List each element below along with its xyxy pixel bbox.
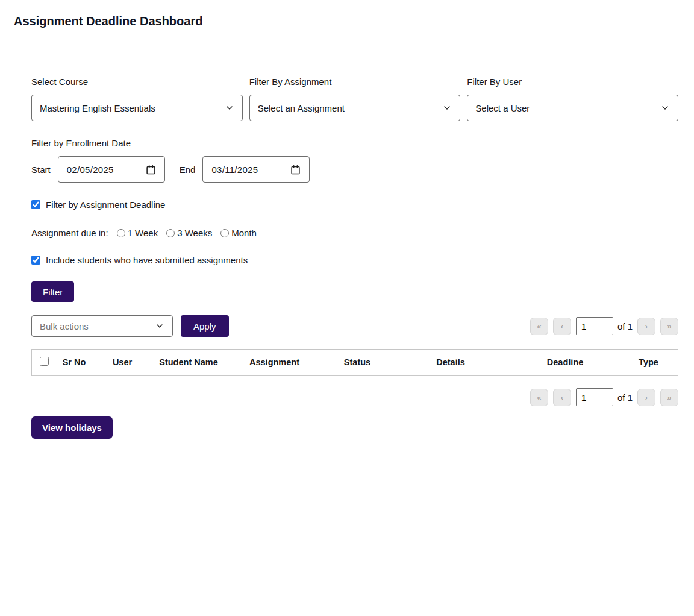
next-page-button[interactable]: › <box>637 318 655 335</box>
user-filter-label: Filter By User <box>467 77 678 87</box>
chevron-down-icon <box>442 103 452 113</box>
due-in-option-3weeks: 3 Weeks <box>166 228 212 238</box>
first-page-button[interactable]: « <box>530 389 548 406</box>
due-in-label: Assignment due in: <box>31 228 108 238</box>
chevron-down-icon <box>660 103 670 113</box>
prev-page-button[interactable]: ‹ <box>553 389 571 406</box>
prev-page-button[interactable]: ‹ <box>553 318 571 335</box>
due-in-month-label: Month <box>231 228 257 238</box>
pagination-bottom: « ‹ of 1 › » <box>525 388 678 406</box>
calendar-icon[interactable] <box>290 165 301 175</box>
start-date-value: 02/05/2025 <box>67 165 114 175</box>
calendar-icon[interactable] <box>146 165 156 175</box>
header-deadline: Deadline <box>511 350 619 376</box>
end-date-input[interactable]: 03/11/2025 <box>202 156 310 183</box>
page-number-input[interactable] <box>576 388 613 406</box>
end-date-value: 03/11/2025 <box>211 165 258 175</box>
select-all-checkbox[interactable] <box>40 357 49 366</box>
user-select-value: Select a User <box>475 103 530 113</box>
page-count-label: of 1 <box>617 392 633 403</box>
assignments-table: Sr No User Student Name Assignment Statu… <box>31 349 678 376</box>
deadline-filter-checkbox-label: Filter by Assignment Deadline <box>46 200 165 210</box>
start-date-input[interactable]: 02/05/2025 <box>58 156 165 183</box>
header-assignment: Assignment <box>225 350 324 376</box>
due-in-radio-3weeks[interactable] <box>166 229 175 237</box>
deadline-filter-checkbox[interactable] <box>31 200 40 209</box>
assignment-filter-label: Filter By Assignment <box>249 77 461 87</box>
include-submitted-checkbox-row: Include students who have submitted assi… <box>31 255 678 265</box>
next-page-button[interactable]: › <box>637 389 655 406</box>
include-submitted-checkbox[interactable] <box>31 256 40 265</box>
due-in-option-month: Month <box>220 228 257 238</box>
chevron-down-icon <box>155 321 164 331</box>
header-status: Status <box>324 350 390 376</box>
header-user: User <box>92 350 152 376</box>
due-in-radio-1week[interactable] <box>117 229 125 237</box>
enrollment-date-label: Filter by Enrollment Date <box>31 138 678 148</box>
header-student-name: Student Name <box>152 350 225 376</box>
course-select-value: Mastering English Essentials <box>40 103 155 113</box>
assignment-select-value: Select an Assignment <box>258 103 345 113</box>
user-select[interactable]: Select a User <box>467 95 678 121</box>
end-date-label: End <box>180 165 196 175</box>
header-sr-no: Sr No <box>56 350 92 376</box>
pagination-top: « ‹ of 1 › » <box>525 317 678 335</box>
first-page-button[interactable]: « <box>530 318 548 335</box>
filter-panel: Select Course Mastering English Essentia… <box>31 77 678 302</box>
last-page-button[interactable]: » <box>660 318 678 335</box>
due-in-option-1week: 1 Week <box>117 228 158 238</box>
header-details: Details <box>390 350 511 376</box>
page-title: Assignment Deadline Dashboard <box>14 14 694 28</box>
course-select[interactable]: Mastering English Essentials <box>31 95 243 121</box>
header-type: Type <box>619 350 678 376</box>
bulk-actions-select[interactable]: Bulk actions <box>31 315 173 337</box>
bulk-actions-value: Bulk actions <box>40 321 89 332</box>
start-date-label: Start <box>31 165 51 175</box>
chevron-down-icon <box>225 103 234 113</box>
include-submitted-label: Include students who have submitted assi… <box>46 255 248 265</box>
filter-button[interactable]: Filter <box>31 281 74 302</box>
last-page-button[interactable]: » <box>660 389 678 406</box>
due-in-3weeks-label: 3 Weeks <box>177 228 212 238</box>
deadline-filter-checkbox-row: Filter by Assignment Deadline <box>31 200 678 210</box>
page-number-input[interactable] <box>576 317 613 335</box>
page-count-label: of 1 <box>617 321 633 332</box>
course-label: Select Course <box>31 77 243 87</box>
assignment-select[interactable]: Select an Assignment <box>249 95 461 121</box>
due-in-radio-month[interactable] <box>220 229 229 237</box>
view-holidays-button[interactable]: View holidays <box>31 416 113 439</box>
apply-button[interactable]: Apply <box>181 315 229 337</box>
due-in-1week-label: 1 Week <box>128 228 158 238</box>
